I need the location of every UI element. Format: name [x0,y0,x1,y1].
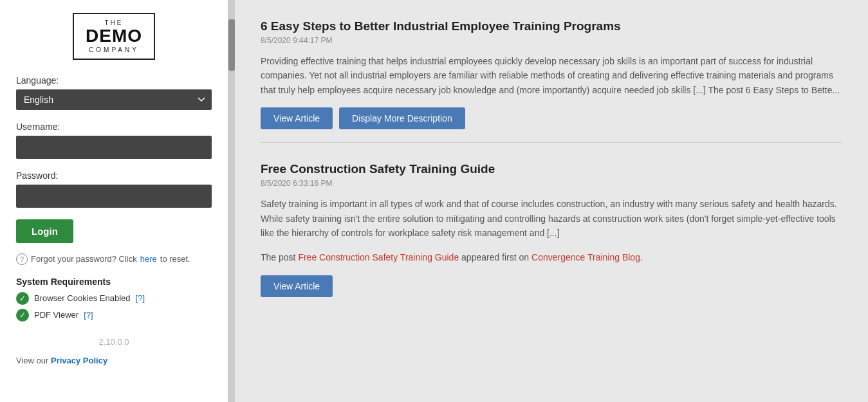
article-2-date: 8/5/2020 6:33:16 PM [261,179,842,188]
req-cookies-help[interactable]: [?] [136,293,145,303]
password-input[interactable] [16,185,212,208]
logo: THE DEMO COMPANY [16,13,212,60]
content-area: 6 Easy Steps to Better Industrial Employ… [235,0,868,402]
privacy-policy-row: View our Privacy Policy [16,356,107,365]
req-pdf-label: PDF Viewer [34,310,78,320]
article-1: 6 Easy Steps to Better Industrial Employ… [261,19,842,143]
logo-company: COMPANY [89,46,139,53]
privacy-policy-prefix: View our [16,356,48,365]
help-icon: ? [16,253,28,265]
password-label: Password: [16,170,58,181]
language-select[interactable]: English Spanish French German [16,89,212,110]
version-label: 2.10.0.0 [16,337,212,347]
article-2: Free Construction Safety Training Guide … [261,162,842,310]
privacy-policy-link[interactable]: Privacy Policy [51,356,107,365]
req-pdf-help[interactable]: [?] [84,310,93,320]
article-2-view-button[interactable]: View Article [261,275,333,297]
article-2-description: Safety training is important in all type… [261,197,842,240]
check-icon-cookies: ✓ [16,292,29,305]
article-1-description: Providing effective training that helps … [261,54,842,97]
forgot-password-row: ? Forgot your password? Click here to re… [16,253,190,265]
article-1-view-button[interactable]: View Article [261,107,333,129]
forgot-password-text: Forgot your password? Click [31,254,137,264]
article-1-date: 8/5/2020 9:44:17 PM [261,36,842,45]
article-1-more-button[interactable]: Display More Description [339,107,465,129]
system-requirements: System Requirements ✓ Browser Cookies En… [16,277,212,325]
scrollbar-divider [228,0,235,402]
language-label: Language: [16,75,59,86]
article-2-post-link[interactable]: Free Construction Safety Training Guide [298,252,459,262]
check-icon-pdf: ✓ [16,309,29,322]
article-2-title: Free Construction Safety Training Guide [261,162,842,176]
logo-demo: DEMO [86,26,142,46]
sidebar: THE DEMO COMPANY Language: English Spani… [0,0,228,402]
username-label: Username: [16,122,60,132]
forgot-password-suffix: to reset. [160,254,190,264]
system-req-title: System Requirements [16,277,212,287]
forgot-password-link[interactable]: here [140,254,157,264]
logo-box: THE DEMO COMPANY [73,13,155,60]
req-cookies: ✓ Browser Cookies Enabled [?] [16,292,212,305]
article-1-actions: View Article Display More Description [261,107,842,129]
login-button[interactable]: Login [16,219,73,243]
article-2-post-line: The post Free Construction Safety Traini… [261,250,842,264]
article-2-site-link[interactable]: Convergence Training Blog [531,252,640,262]
article-2-actions: View Article [261,275,842,297]
username-input[interactable] [16,136,212,159]
scrollbar-thumb[interactable] [228,19,235,71]
req-cookies-label: Browser Cookies Enabled [34,293,131,303]
article-1-title: 6 Easy Steps to Better Industrial Employ… [261,19,842,33]
req-pdf: ✓ PDF Viewer [?] [16,309,212,322]
